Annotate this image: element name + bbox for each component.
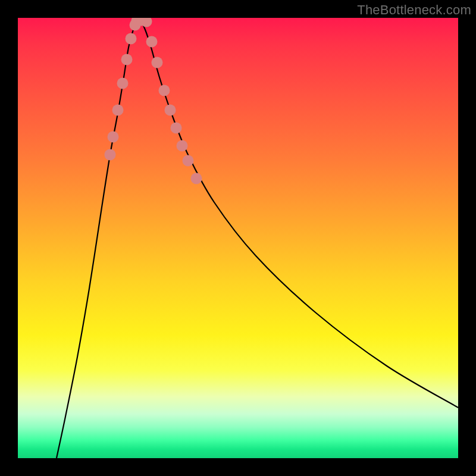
curve-markers	[105, 18, 202, 184]
marker-dot	[112, 105, 124, 116]
marker-dot	[177, 140, 188, 152]
marker-dot	[171, 123, 182, 134]
marker-dot	[146, 36, 158, 48]
marker-dot	[183, 155, 194, 167]
marker-dot	[126, 33, 137, 45]
marker-dot	[117, 78, 129, 89]
marker-dot	[105, 149, 116, 161]
marker-dot	[108, 131, 119, 143]
curve-layer	[18, 18, 458, 458]
marker-dot	[165, 105, 176, 116]
marker-dot	[121, 54, 133, 65]
marker-dot	[159, 85, 170, 96]
watermark-text: TheBottleneck.com	[357, 2, 471, 18]
marker-dot	[191, 173, 202, 184]
plot-area	[18, 18, 458, 458]
marker-dot	[152, 57, 163, 68]
outer-frame: TheBottleneck.com	[0, 0, 476, 476]
bottleneck-curve	[57, 20, 458, 458]
